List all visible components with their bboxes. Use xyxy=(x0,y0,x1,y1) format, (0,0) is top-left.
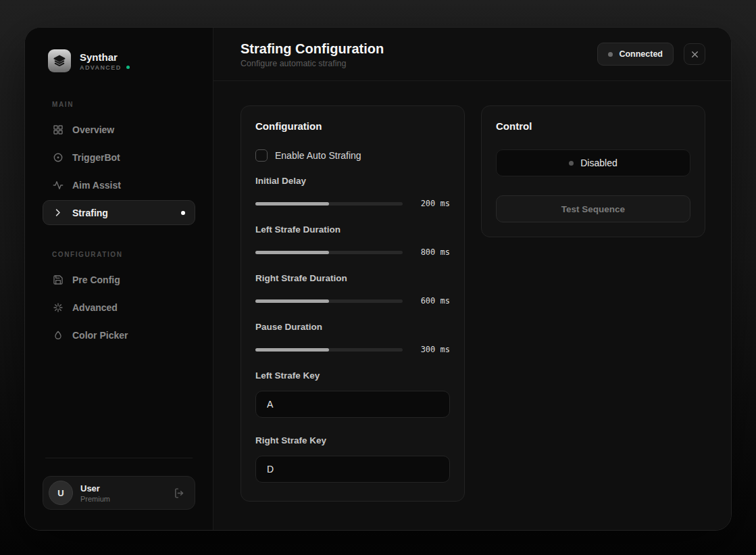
avatar: U xyxy=(49,481,73,505)
initial-delay-slider[interactable] xyxy=(255,202,403,206)
sidebar-item-label: Pre Config xyxy=(72,274,120,285)
slider-fill xyxy=(255,348,329,352)
section-label-configuration: CONFIGURATION xyxy=(43,251,195,258)
page-subtitle: Configure automatic strafing xyxy=(241,59,384,68)
slider-fill xyxy=(255,299,329,303)
sidebar-item-label: Overview xyxy=(72,124,114,135)
key-label: Right Strafe Key xyxy=(255,435,450,445)
page-title: Strafing Configuration xyxy=(241,41,384,57)
sparkle-icon xyxy=(53,302,64,313)
save-icon xyxy=(53,274,64,285)
droplet-icon xyxy=(53,330,64,341)
status-dot xyxy=(569,161,574,166)
section-label-main: MAIN xyxy=(43,101,195,108)
slider-label: Pause Duration xyxy=(255,322,450,332)
connection-dot xyxy=(608,52,613,57)
sidebar-item-color-picker[interactable]: Color Picker xyxy=(43,322,195,347)
test-sequence-button[interactable]: Test Sequence xyxy=(496,195,690,222)
active-dot xyxy=(181,211,185,215)
slider-fill xyxy=(255,251,329,254)
sidebar-item-label: Aim Assist xyxy=(72,180,121,191)
sidebar: Synthar ADVANCED MAIN Overview xyxy=(25,28,213,530)
sidebar-item-advanced[interactable]: Advanced xyxy=(43,295,195,320)
status-label: Disabled xyxy=(580,158,617,168)
connection-status-badge: Connected xyxy=(597,43,674,66)
sidebar-item-strafing[interactable]: Strafing xyxy=(43,200,195,225)
right-strafe-key-group: Right Strafe Key xyxy=(255,435,450,483)
sidebar-item-label: TriggerBot xyxy=(72,152,120,163)
sidebar-item-label: Advanced xyxy=(72,302,118,313)
sidebar-divider xyxy=(45,458,193,458)
user-plan: Premium xyxy=(80,495,110,503)
logout-icon[interactable] xyxy=(174,487,185,499)
pause-duration-slider[interactable] xyxy=(255,348,403,352)
user-card[interactable]: U User Premium xyxy=(43,476,195,510)
slider-group-left-strafe-duration: Left Strafe Duration 800 ms xyxy=(255,224,450,257)
slider-label: Initial Delay xyxy=(255,176,450,186)
strafing-status-box: Disabled xyxy=(496,149,690,176)
slider-label: Left Strafe Duration xyxy=(255,224,450,235)
slider-fill xyxy=(255,202,329,206)
target-icon xyxy=(53,152,64,163)
key-label: Left Strafe Key xyxy=(255,370,450,381)
brand-tier: ADVANCED xyxy=(80,64,122,71)
configuration-card: Configuration Enable Auto Strafing Initi… xyxy=(241,105,465,502)
sidebar-item-label: Color Picker xyxy=(72,330,128,341)
brand-logo xyxy=(48,49,71,72)
nav-main: MAIN Overview TriggerBot xyxy=(43,101,195,228)
slider-label: Right Strafe Duration xyxy=(255,273,450,283)
left-strafe-key-group: Left Strafe Key xyxy=(255,370,450,418)
app-window: Synthar ADVANCED MAIN Overview xyxy=(24,27,732,531)
configuration-title: Configuration xyxy=(255,120,450,132)
sidebar-item-aim-assist[interactable]: Aim Assist xyxy=(43,172,195,197)
slider-group-right-strafe-duration: Right Strafe Duration 600 ms xyxy=(255,273,450,306)
activity-icon xyxy=(53,180,64,191)
grid-icon xyxy=(53,124,64,135)
left-strafe-duration-slider[interactable] xyxy=(255,251,403,254)
enable-auto-strafing-checkbox[interactable]: Enable Auto Strafing xyxy=(255,149,450,162)
nav-configuration: CONFIGURATION Pre Config xyxy=(43,251,195,350)
sidebar-item-label: Strafing xyxy=(72,208,108,218)
sidebar-item-pre-config[interactable]: Pre Config xyxy=(43,267,195,292)
online-dot xyxy=(126,66,130,69)
layers-icon xyxy=(53,54,66,68)
checkbox-label: Enable Auto Strafing xyxy=(275,150,361,161)
content-area: Configuration Enable Auto Strafing Initi… xyxy=(213,81,732,526)
sidebar-item-triggerbot[interactable]: TriggerBot xyxy=(43,145,195,170)
user-name: User xyxy=(80,483,110,493)
close-button[interactable] xyxy=(684,43,705,65)
sidebar-item-overview[interactable]: Overview xyxy=(43,117,195,142)
slider-value: 200 ms xyxy=(412,199,450,208)
close-icon xyxy=(690,50,699,59)
connection-label: Connected xyxy=(619,49,663,59)
right-strafe-duration-slider[interactable] xyxy=(255,299,403,303)
checkbox-box[interactable] xyxy=(255,149,268,162)
control-title: Control xyxy=(496,120,690,132)
left-strafe-key-input[interactable] xyxy=(255,391,450,418)
brand: Synthar ADVANCED xyxy=(43,49,195,72)
control-card: Control Disabled Test Sequence xyxy=(481,105,705,237)
slider-group-pause-duration: Pause Duration 300 ms xyxy=(255,322,450,354)
slider-value: 800 ms xyxy=(412,247,450,257)
slider-group-initial-delay: Initial Delay 200 ms xyxy=(255,176,450,208)
sidebar-bottom: U User Premium xyxy=(43,458,195,510)
main-header: Strafing Configuration Configure automat… xyxy=(213,28,732,81)
chevron-right-icon xyxy=(53,208,64,218)
right-strafe-key-input[interactable] xyxy=(255,456,450,483)
main-panel: Strafing Configuration Configure automat… xyxy=(213,28,732,530)
brand-name: Synthar xyxy=(80,51,130,64)
slider-value: 300 ms xyxy=(412,345,450,354)
slider-value: 600 ms xyxy=(412,296,450,306)
